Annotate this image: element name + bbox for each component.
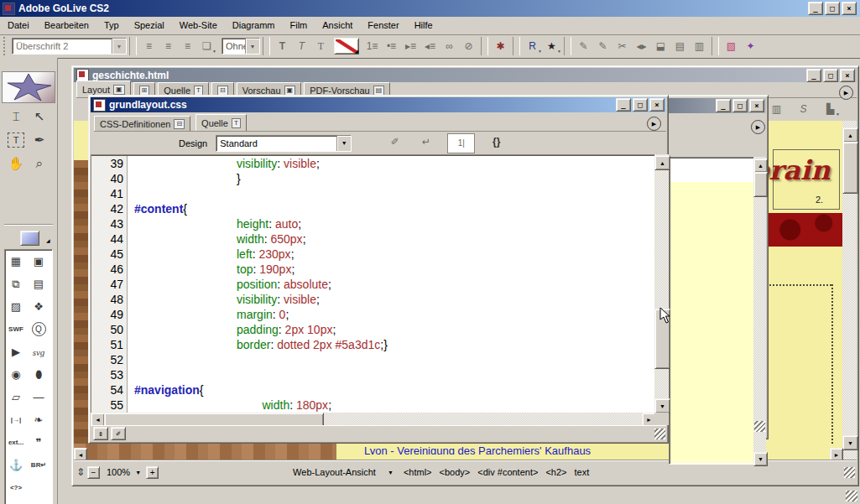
menu-diagramm[interactable]: Diagramm (225, 17, 283, 33)
document-flyout-icon[interactable]: ▶ (839, 86, 853, 100)
css-vscrollbar[interactable]: ▲ ▼ (654, 154, 669, 413)
line-icon[interactable]: — (28, 386, 50, 408)
menu-hilfe[interactable]: Hilfe (407, 17, 440, 33)
menu-film[interactable]: Film (283, 17, 315, 33)
background-window-flyout-icon[interactable]: ▶ (751, 120, 765, 134)
code-line[interactable]: 48visibility: visible; (91, 292, 655, 307)
code-line[interactable]: 43height: auto; (91, 216, 655, 231)
italic-icon[interactable]: T (292, 38, 311, 55)
document-title-bar[interactable]: geschichte.html _□× (74, 68, 857, 82)
scroll-up-icon[interactable]: ▲ (842, 127, 858, 143)
code-line[interactable]: 55width: 180px; (91, 397, 655, 413)
line-numbers-icon[interactable]: 1| (447, 133, 475, 153)
menu-typ[interactable]: Typ (96, 17, 127, 33)
breadcrumb-item[interactable]: <h2> (545, 467, 566, 477)
action-star-icon-dropdown-icon[interactable]: ▼ (557, 49, 561, 54)
css-maximize-icon[interactable]: □ (633, 98, 648, 112)
css-window-resize-grip[interactable] (654, 429, 665, 439)
menu-web-site[interactable]: Web-Site (172, 17, 225, 33)
color-well-button[interactable] (20, 231, 39, 246)
text-field-icon[interactable]: ext... (5, 431, 27, 454)
css-minimize-icon[interactable]: _ (616, 98, 631, 112)
layout-textbox-icon[interactable]: ▣ (28, 250, 50, 273)
design-dropdown[interactable]: Standard ▼ (216, 135, 352, 152)
colorsteps-icon-dropdown-icon[interactable]: ▼ (836, 112, 840, 117)
breadcrumb-item[interactable]: <div #content> (477, 467, 538, 477)
document-resize-grip[interactable] (844, 467, 855, 478)
mid-maximize-icon[interactable]: □ (732, 99, 748, 112)
indent-more-icon[interactable]: ▸≡ (401, 38, 420, 55)
code-line[interactable]: 52 (91, 352, 655, 367)
anchor-icon[interactable]: ⚓ (5, 454, 27, 476)
doc-minimize-icon[interactable]: _ (806, 69, 821, 82)
bold-icon[interactable]: T (273, 38, 292, 55)
app-title-bar[interactable]: Adobe GoLive CS2 _□× (0, 0, 860, 17)
browser-preview-icon[interactable]: ⬓ (651, 38, 670, 55)
zoom-dropdown-icon[interactable]: ▼ (135, 470, 141, 475)
smart-object-icon[interactable]: ❖ (28, 295, 50, 318)
dropdown-arrow-icon[interactable]: ▼ (245, 39, 259, 54)
wrap-icon[interactable]: ↵ (416, 133, 435, 150)
pencil-icon[interactable]: ✎ (574, 38, 593, 55)
css-window-title-bar[interactable]: grundlayout.css _□× (91, 97, 666, 112)
eyedropper-tool[interactable]: ✒ (29, 130, 50, 150)
align-left-icon[interactable]: ≡ (139, 38, 159, 55)
vscroll-thumb[interactable] (753, 172, 768, 197)
tab-marker-icon[interactable]: |→| (5, 408, 27, 431)
selection-arrow-tool[interactable]: ↖ (29, 107, 50, 127)
php-icon[interactable]: <?> (5, 476, 27, 499)
bridge-icon[interactable]: ✦ (741, 38, 760, 55)
code-line[interactable]: 40} (91, 171, 655, 186)
doc-settings-icon[interactable]: ▤ (670, 38, 690, 55)
braces-icon[interactable]: {} (487, 133, 506, 150)
filmstrip-icon[interactable]: ▥ (767, 101, 786, 117)
zoom-out-button[interactable]: − (87, 466, 100, 479)
scroll-down-icon[interactable]: ▼ (842, 435, 858, 450)
code-line[interactable]: 41 (91, 186, 655, 201)
pencil-plus-icon[interactable]: ✎ (593, 38, 612, 55)
doc-maximize-icon[interactable]: □ (823, 69, 838, 82)
comment-icon[interactable]: ❞ (28, 431, 50, 454)
view-mode-label[interactable]: Web-Layout-Ansicht (293, 467, 376, 477)
breadcrumb-item[interactable]: <body> (440, 467, 471, 477)
code-line[interactable]: 42#content{ (91, 201, 655, 216)
text-color-icon-dropdown-icon[interactable]: ▼ (212, 49, 216, 54)
background-window-pane[interactable] (669, 157, 755, 465)
css-source-editor[interactable]: 39visibility: visible;40}4142#content{43… (91, 154, 656, 414)
breadcrumb-item[interactable]: text (574, 467, 589, 477)
script-s-icon[interactable]: S (794, 101, 813, 117)
line-break-icon[interactable]: BR↵ (28, 454, 50, 476)
paragraph-style-dropdown[interactable]: Überschrift 2 ▼ (12, 38, 127, 55)
code-line[interactable]: 49margin: 0; (91, 307, 655, 322)
toolbar-grip[interactable] (3, 37, 8, 55)
vscroll-thumb[interactable] (842, 142, 858, 194)
mid-close-icon[interactable]: × (749, 99, 764, 112)
app-maximize-icon[interactable]: □ (825, 2, 840, 15)
menu-datei[interactable]: Datei (0, 17, 37, 33)
code-line[interactable]: 51border: dotted 2px #5a3d1c;} (91, 337, 655, 352)
background-window-resize-grip[interactable] (754, 421, 765, 432)
page-link[interactable]: Lyon - Vereinigung des Parchemiers' Kauf… (364, 444, 591, 455)
dropdown-arrow-icon[interactable]: ▼ (112, 39, 126, 54)
dropdown-arrow-icon[interactable]: ▼ (336, 136, 351, 151)
syntax-theme-icon[interactable]: ✐ (385, 133, 404, 150)
app-resize-grip[interactable] (846, 491, 857, 501)
code-line[interactable]: 47position: absolute; (91, 277, 655, 292)
page-link-row[interactable]: Lyon - Vereinigung des Parchemiers' Kauf… (364, 444, 842, 455)
breadcrumb-item[interactable]: <html> (404, 467, 432, 477)
background-window-vscrollbar[interactable]: ▲ ▼ (753, 157, 766, 465)
teletype-icon[interactable]: T (311, 38, 331, 55)
doc-book-icon[interactable]: ▥ (690, 38, 709, 55)
play-icon[interactable]: ◉ (5, 363, 27, 386)
rollover-icon[interactable]: R▼ (523, 38, 542, 55)
code-line[interactable]: 53 (91, 367, 655, 382)
mid-minimize-icon[interactable]: _ (716, 99, 731, 112)
indent-less-icon[interactable]: ◂≡ (420, 38, 440, 55)
css-close-icon[interactable]: × (649, 98, 665, 112)
layout-grid-icon[interactable]: ▦ (5, 250, 27, 273)
quicktime-icon[interactable]: Q (28, 318, 50, 340)
fit-zoom-icon[interactable]: ⇕ (74, 464, 87, 481)
align-center-icon[interactable]: ≡ (159, 38, 178, 55)
code-line[interactable]: 45left: 230px; (91, 247, 655, 262)
text-color-icon[interactable]: ❏▼ (197, 38, 216, 55)
